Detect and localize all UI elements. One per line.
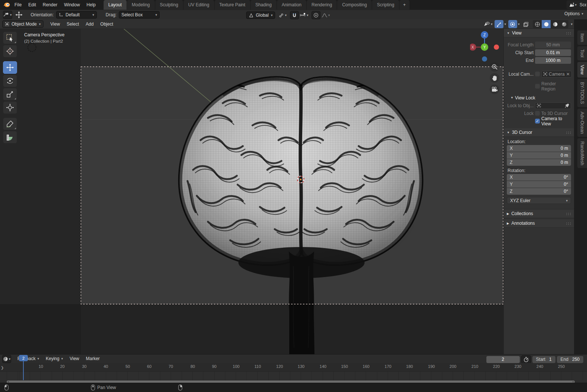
sidebar-tab-randomesh[interactable]: RandoMesh <box>577 138 587 168</box>
local-camera-field[interactable]: Camera ✕ <box>541 71 572 78</box>
tool-move-indicator[interactable] <box>14 11 23 19</box>
lock-to-object-field[interactable] <box>535 102 571 109</box>
panel-drag-grip[interactable] <box>566 213 571 215</box>
workspace-tab-texture-paint[interactable]: Texture Paint <box>215 0 251 10</box>
render-region-checkbox[interactable] <box>535 84 540 89</box>
add-workspace-button[interactable]: + <box>400 0 410 10</box>
to-3d-cursor-checkbox[interactable] <box>535 111 540 116</box>
panel-drag-grip[interactable] <box>566 222 571 225</box>
clear-icon[interactable]: ✕ <box>566 72 570 77</box>
cursor-rotation-y[interactable]: Y 0° <box>507 181 571 188</box>
shading-solid-button[interactable] <box>542 20 551 28</box>
timeline-track-area[interactable] <box>0 371 587 380</box>
scene-selector[interactable]: ▾ Sce <box>567 0 587 9</box>
menu-render[interactable]: Render <box>39 0 61 10</box>
drag-dropdown[interactable]: Select Box ▾ <box>119 11 160 19</box>
workspace-tab-animation[interactable]: Animation <box>277 0 307 10</box>
mode-dropdown[interactable]: Object Mode ▾ <box>2 20 43 28</box>
cursor-location-y[interactable]: Y 0 m <box>507 152 571 159</box>
snap-toggle-button[interactable] <box>290 11 299 19</box>
auto-keying-button[interactable] <box>521 355 531 363</box>
timeline-ruler[interactable]: 10 20 30 40 50 60 70 80 90 100 110 120 1… <box>0 363 587 371</box>
tool-select-box[interactable] <box>3 32 17 44</box>
gizmo-z-negative[interactable] <box>482 56 487 62</box>
timeline-menu-marker[interactable]: Marker <box>82 355 103 363</box>
show-overlays-toggle[interactable] <box>508 20 517 28</box>
panel-drag-grip[interactable] <box>566 131 571 134</box>
object-visibility-dropdown[interactable]: ▾ <box>483 20 493 28</box>
tool-cursor[interactable] <box>3 45 17 57</box>
timeline-expand-arrow[interactable]: ❯ <box>1 366 4 370</box>
frame-end-field[interactable]: End 250 <box>557 356 583 363</box>
proportional-edit-button[interactable] <box>312 11 320 19</box>
editor-type-dropdown[interactable]: ▾ <box>2 355 11 363</box>
menu-file[interactable]: File <box>11 0 25 10</box>
subpanel-expand-icon[interactable]: ▼ <box>511 96 513 99</box>
shading-material-button[interactable] <box>551 20 560 28</box>
snap-settings-dropdown[interactable]: ▾ <box>300 11 309 19</box>
timeline-menu-view[interactable]: View <box>66 355 82 363</box>
orientation-dropdown[interactable]: Default ▾ <box>56 11 97 19</box>
active-tool-button[interactable]: ▾ <box>3 11 12 19</box>
tool-measure[interactable] <box>3 131 17 144</box>
pivot-point-dropdown[interactable]: ▾ <box>278 11 287 19</box>
chevron-down-icon[interactable]: ▾ <box>571 22 573 26</box>
workspace-tab-modeling[interactable]: Modeling <box>127 0 155 10</box>
viewport-menu-select[interactable]: Select <box>63 19 82 29</box>
clip-start-field[interactable]: 0.01 m <box>535 49 571 56</box>
rotation-mode-dropdown[interactable]: XYZ Euler ▾ <box>507 197 571 204</box>
frame-start-field[interactable]: Start 1 <box>532 356 555 363</box>
viewport-menu-view[interactable]: View <box>47 19 63 29</box>
playhead-frame-badge[interactable]: 2 <box>19 355 28 361</box>
camera-to-view-checkbox[interactable]: ✓ <box>535 119 540 123</box>
sidebar-tab-by-tools[interactable]: BY-TOOLS <box>577 79 587 107</box>
tool-transform[interactable] <box>3 101 17 114</box>
cursor-location-z[interactable]: Z 0 m <box>507 159 571 166</box>
panel-view-header[interactable]: ▼ View <box>504 29 574 37</box>
menu-window[interactable]: Window <box>61 0 83 10</box>
pan-button[interactable] <box>490 73 499 83</box>
timeline-menu-keying[interactable]: Keying ▾ <box>42 355 66 363</box>
viewport-canvas[interactable] <box>0 29 503 354</box>
shading-rendered-button[interactable] <box>560 20 568 28</box>
gizmo-x-negative[interactable] <box>494 45 499 50</box>
xray-toggle[interactable] <box>522 20 531 28</box>
chevron-down-icon[interactable]: ▾ <box>504 22 506 26</box>
local-camera-checkbox[interactable] <box>535 72 540 76</box>
shading-wireframe-button[interactable] <box>533 20 542 28</box>
cursor-rotation-x[interactable]: X 0° <box>507 174 571 181</box>
cursor-rotation-z[interactable]: Z 0° <box>507 188 571 195</box>
chevron-down-icon[interactable]: ▾ <box>518 22 520 26</box>
workspace-tab-shading[interactable]: Shading <box>251 0 277 10</box>
show-gizmo-toggle[interactable] <box>495 20 503 28</box>
workspace-tab-sculpting[interactable]: Sculpting <box>155 0 183 10</box>
panel-drag-grip[interactable] <box>566 32 571 35</box>
proportional-falloff-dropdown[interactable]: ▾ <box>321 11 330 19</box>
clip-end-field[interactable]: 1000 m <box>535 57 571 64</box>
tool-move[interactable] <box>3 61 17 74</box>
focal-length-field[interactable]: 50 mm <box>535 42 571 48</box>
workspace-tab-uv-editing[interactable]: UV Editing <box>183 0 215 10</box>
workspace-tab-rendering[interactable]: Rendering <box>307 0 337 10</box>
menu-help[interactable]: Help <box>83 0 99 10</box>
viewport-3d[interactable]: Camera Perspective (2) Collection | Part… <box>0 29 503 354</box>
viewport-menu-add[interactable]: Add <box>82 19 97 29</box>
viewport-menu-object[interactable]: Object <box>97 19 117 29</box>
transform-orientation-dropdown[interactable]: Global ▾ <box>246 11 275 19</box>
tool-scale[interactable] <box>3 88 17 101</box>
current-frame-field[interactable]: 2 <box>486 356 520 363</box>
playhead[interactable] <box>23 360 24 380</box>
workspace-tab-compositing[interactable]: Compositing <box>337 0 372 10</box>
camera-view-button[interactable] <box>490 85 499 94</box>
eyedropper-icon[interactable] <box>565 103 569 108</box>
panel-annotations-header[interactable]: ▶ Annotations <box>504 219 574 228</box>
blender-logo-icon[interactable] <box>2 1 11 9</box>
navigation-gizmo[interactable]: Z X Y <box>470 31 500 65</box>
sidebar-tab-tool[interactable]: Tool <box>577 46 587 60</box>
sidebar-tab-view[interactable]: View <box>577 62 587 78</box>
workspace-tab-scripting[interactable]: Scripting <box>372 0 400 10</box>
panel-3d-cursor-header[interactable]: ▼ 3D Cursor <box>504 128 574 137</box>
cursor-location-x[interactable]: X 0 m <box>507 145 571 152</box>
panel-collections-header[interactable]: ▶ Collections <box>504 209 574 218</box>
sidebar-tab-adv-ocean[interactable]: Adv-Ocean <box>577 109 587 137</box>
